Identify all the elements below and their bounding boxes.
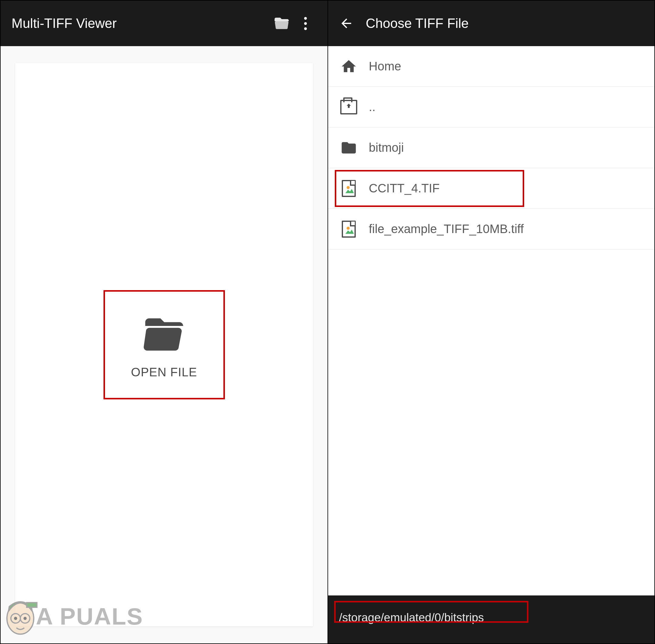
row-label: Home	[369, 60, 401, 73]
file-list: Home .. bitmoji	[328, 46, 654, 250]
svg-point-5	[14, 617, 17, 620]
app-title: Multi-TIFF Viewer	[12, 16, 272, 31]
open-folder-icon[interactable]	[272, 15, 292, 32]
current-path-bar: /storage/emulated/0/bitstrips	[328, 595, 654, 643]
row-label: bitmoji	[369, 141, 404, 155]
home-icon	[340, 58, 357, 75]
chooser-title: Choose TIFF File	[366, 16, 646, 31]
image-file-icon	[340, 221, 357, 238]
viewer-content: OPEN FILE	[1, 46, 328, 643]
appbar-right: Choose TIFF File	[328, 1, 654, 46]
back-arrow-icon[interactable]	[339, 16, 354, 31]
list-item-file-selected[interactable]: CCITT_4.TIF	[328, 168, 654, 209]
svg-rect-1	[27, 603, 37, 607]
svg-point-6	[23, 617, 26, 620]
list-item-up[interactable]: ..	[328, 87, 654, 128]
folder-icon	[340, 139, 357, 156]
open-file-button[interactable]: OPEN FILE	[104, 290, 225, 399]
list-item-home[interactable]: Home	[328, 46, 654, 87]
blank-card: OPEN FILE	[15, 63, 313, 626]
row-label: file_example_TIFF_10MB.tiff	[369, 222, 524, 236]
current-path-text: /storage/emulated/0/bitstrips	[339, 611, 484, 624]
appbar-left: Multi-TIFF Viewer	[1, 1, 328, 46]
appuals-watermark: A PUALS	[1, 591, 143, 642]
list-item-file[interactable]: file_example_TIFF_10MB.tiff	[328, 209, 654, 250]
row-label: CCITT_4.TIF	[369, 182, 439, 195]
list-item-folder[interactable]: bitmoji	[328, 128, 654, 168]
image-file-icon	[340, 180, 357, 197]
folder-open-icon	[135, 311, 193, 358]
overflow-menu-icon[interactable]	[292, 17, 319, 30]
viewer-pane: Multi-TIFF Viewer OPEN FILE	[1, 1, 328, 643]
avatar-icon	[1, 591, 40, 642]
row-label: ..	[369, 100, 376, 114]
file-list-area: Home .. bitmoji	[328, 46, 654, 595]
open-file-label: OPEN FILE	[131, 365, 197, 379]
watermark-text: A PUALS	[36, 603, 143, 630]
folder-up-icon	[340, 100, 357, 114]
file-chooser-pane: Choose TIFF File Home ..	[328, 1, 654, 643]
